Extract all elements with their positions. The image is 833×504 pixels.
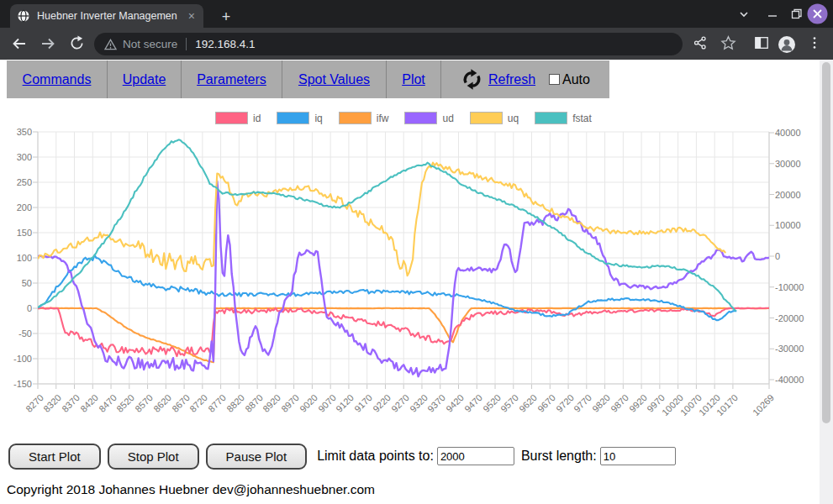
right-axis-tick-label: -40000 xyxy=(775,375,804,385)
back-arrow-icon xyxy=(11,35,28,52)
reload-icon xyxy=(69,35,85,51)
legend-swatch-iq xyxy=(277,112,309,124)
right-axis-tick-label: -20000 xyxy=(775,313,804,323)
x-axis-tick-label: 8620 xyxy=(151,392,173,414)
new-tab-button[interactable]: + xyxy=(217,8,235,26)
x-axis-tick-label: 9020 xyxy=(298,392,319,414)
x-axis-tick-label: 9070 xyxy=(316,392,338,414)
nav-refresh-cell: Refresh Auto xyxy=(441,60,609,98)
auto-checkbox[interactable] xyxy=(549,74,560,85)
nav-link-plot[interactable]: Plot xyxy=(402,72,425,87)
left-axis-tick-label: -100 xyxy=(2,354,32,364)
legend-item-id[interactable]: id xyxy=(215,112,261,124)
legend-item-ifw[interactable]: ifw xyxy=(339,112,389,124)
legend-item-fstat[interactable]: fstat xyxy=(535,112,592,124)
legend-swatch-ifw xyxy=(339,112,372,124)
x-axis-tick-label: 8920 xyxy=(261,392,283,414)
forward-arrow-icon xyxy=(40,35,56,52)
chevron-down-icon xyxy=(738,8,750,20)
profile-avatar[interactable] xyxy=(778,35,796,54)
series-line-uq xyxy=(38,163,725,276)
tab-search-button[interactable] xyxy=(738,0,750,28)
legend-swatch-id xyxy=(215,112,248,124)
reload-button[interactable] xyxy=(67,35,86,54)
scrollbar-track[interactable] xyxy=(820,60,833,504)
left-axis-tick-label: 350 xyxy=(2,127,32,137)
legend-label-uq: uq xyxy=(508,113,519,124)
x-axis-tick-label: 9220 xyxy=(371,392,393,414)
maximize-button[interactable] xyxy=(791,0,802,28)
x-axis-tick-label: 8870 xyxy=(243,392,265,414)
minimize-button[interactable] xyxy=(767,0,778,28)
plot-canvas[interactable] xyxy=(31,130,776,391)
legend-label-iq: iq xyxy=(314,113,322,124)
x-axis-tick-label: 8720 xyxy=(188,392,210,414)
start-plot-button[interactable]: Start Plot xyxy=(8,444,101,470)
nav-cell-spot-values: Spot Values xyxy=(282,60,387,98)
share-button[interactable] xyxy=(691,35,709,54)
refresh-icon[interactable] xyxy=(461,68,483,91)
x-axis-tick-label: 8670 xyxy=(170,392,192,414)
nav-link-update[interactable]: Update xyxy=(123,72,166,87)
kebab-menu-icon xyxy=(807,35,822,50)
forward-button[interactable] xyxy=(39,35,57,54)
legend-item-uq[interactable]: uq xyxy=(470,112,519,124)
limit-input[interactable] xyxy=(437,447,514,465)
nav-link-refresh[interactable]: Refresh xyxy=(488,72,535,87)
nav-link-parameters[interactable]: Parameters xyxy=(197,72,266,87)
right-axis-tick-label: 20000 xyxy=(775,190,801,200)
right-axis-tick-label: -30000 xyxy=(775,344,804,354)
tab-title: Huebner Inverter Managemen xyxy=(37,10,187,22)
back-button[interactable] xyxy=(10,35,29,54)
right-axis-tick-label: 10000 xyxy=(775,220,801,230)
nav-cell-parameters: Parameters xyxy=(182,60,282,98)
burst-input[interactable] xyxy=(600,447,676,465)
close-window-button[interactable] xyxy=(806,0,829,28)
left-axis-tick-label: 250 xyxy=(2,177,32,187)
minimize-icon xyxy=(767,9,778,19)
x-axis-tick-label: 9470 xyxy=(462,392,484,414)
tab-close-icon[interactable]: × xyxy=(187,10,197,22)
close-icon xyxy=(806,3,829,25)
x-axis-tick-label: 9720 xyxy=(554,392,576,414)
x-axis-tick-label: 8420 xyxy=(78,392,100,414)
not-secure-label: Not secure xyxy=(123,38,177,50)
nav-cell-update: Update xyxy=(108,60,182,98)
x-axis-tick-label: 9820 xyxy=(590,392,612,414)
stop-plot-button[interactable]: Stop Plot xyxy=(108,444,199,470)
x-axis-tick-label: 8570 xyxy=(133,392,155,414)
left-axis-tick-label: -150 xyxy=(2,379,32,389)
browser-tab[interactable]: Huebner Inverter Managemen × xyxy=(10,4,203,28)
chart-panel: idiqifwuduqfstat 350300250200150100500-5… xyxy=(0,105,833,433)
legend-item-ud[interactable]: ud xyxy=(404,112,453,124)
x-axis-tick-label: 9520 xyxy=(481,392,503,414)
x-axis-tick-label: 9320 xyxy=(408,392,430,414)
side-panel-button[interactable] xyxy=(752,35,771,54)
side-panel-icon xyxy=(754,35,769,50)
x-axis-tick-label: 8320 xyxy=(41,392,63,414)
x-axis-tick-label: 8970 xyxy=(279,392,301,414)
legend-label-ud: ud xyxy=(442,113,453,124)
burst-label: Burst length: xyxy=(521,449,597,464)
omnibox[interactable]: Not secure 192.168.4.1 xyxy=(94,33,683,55)
nav-link-commands[interactable]: Commands xyxy=(23,72,92,87)
not-secure-warning-icon xyxy=(104,39,117,50)
x-axis-tick-label: 9370 xyxy=(425,392,447,414)
pause-plot-button[interactable]: Pause Plot xyxy=(206,444,308,470)
limit-label: Limit data points to: xyxy=(317,449,434,464)
browser-menu-button[interactable] xyxy=(805,35,824,54)
legend-item-iq[interactable]: iq xyxy=(277,112,322,124)
bookmark-button[interactable] xyxy=(719,35,737,54)
nav-link-spot-values[interactable]: Spot Values xyxy=(298,72,370,87)
x-axis-tick-label: 9270 xyxy=(389,392,411,414)
chart-legend: idiqifwuduqfstat xyxy=(38,112,769,124)
auto-label: Auto xyxy=(562,72,590,87)
x-axis-tick-label: 8270 xyxy=(24,392,45,414)
x-axis-tick-label: 10269 xyxy=(751,392,776,417)
x-axis-tick-label: 8520 xyxy=(114,392,136,414)
page-content: CommandsUpdateParametersSpot ValuesPlot … xyxy=(0,60,833,504)
url-text[interactable]: 192.168.4.1 xyxy=(195,38,255,50)
legend-swatch-fstat xyxy=(535,112,567,124)
x-axis-tick-label: 8470 xyxy=(97,392,119,414)
scrollbar-thumb[interactable] xyxy=(822,62,830,423)
